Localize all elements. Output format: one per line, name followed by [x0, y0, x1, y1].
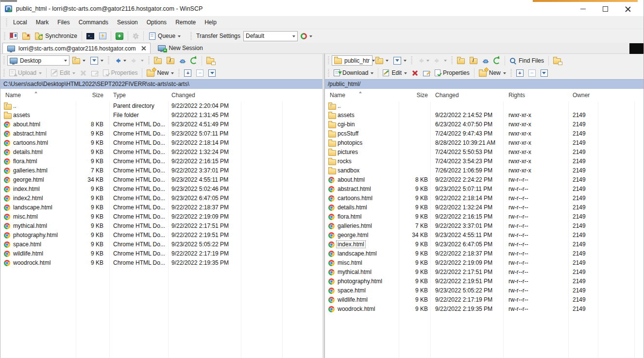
file-row[interactable]: george.html34 KB9/23/2022 4:55:11 PMrw-r…: [325, 231, 644, 240]
remote-filter-button[interactable]: [391, 55, 408, 66]
column-header-name[interactable]: Name: [5, 92, 21, 99]
file-row[interactable]: woodrock.html9 KBChrome HTML Do...9/22/2…: [0, 258, 322, 268]
file-row[interactable]: photography.html9 KB9/22/2022 2:19:51 PM…: [325, 277, 644, 286]
local-home-directory-button[interactable]: [177, 56, 187, 65]
session-tab[interactable]: lorri@stc-arts.com@gator2116.hostgator.c…: [2, 43, 151, 53]
column-header-rights[interactable]: Rights: [508, 92, 525, 99]
file-row[interactable]: space.html9 KBChrome HTML Do...9/23/2022…: [0, 240, 322, 249]
transfer-settings-combo[interactable]: Default: [243, 31, 298, 41]
synchronize-browsing-button[interactable]: [20, 31, 32, 41]
file-row[interactable]: george.html34 KBChrome HTML Do...9/23/20…: [0, 175, 322, 185]
remote-delete-button[interactable]: [410, 68, 420, 78]
file-row[interactable]: space.html9 KB9/23/2022 5:05:22 PMrw-r--…: [325, 286, 644, 295]
file-row[interactable]: cgi-bin6/23/2022 4:07:50 PMrwxr-xr-x2149: [325, 120, 644, 129]
file-row[interactable]: mythical.html9 KB9/22/2022 2:17:51 PMrw-…: [325, 268, 644, 277]
find-files-button[interactable]: Find Files: [508, 56, 546, 66]
menu-item-files[interactable]: Files: [53, 16, 74, 29]
file-row[interactable]: mythical.html9 KBChrome HTML Do...9/22/2…: [0, 222, 322, 231]
remote-properties-button[interactable]: Properties: [433, 68, 472, 78]
maximize-button[interactable]: [594, 2, 616, 16]
remote-edit-button[interactable]: Edit: [381, 68, 409, 78]
file-row[interactable]: sandbox7/26/2022 1:06:59 PMrwxr-xr-x2149: [325, 166, 644, 175]
file-row[interactable]: index.html9 KBChrome HTML Do...9/23/2022…: [0, 185, 322, 194]
local-parent-directory-button[interactable]: [152, 55, 164, 66]
file-row[interactable]: index2.html9 KBChrome HTML Do...9/23/202…: [0, 194, 322, 203]
menu-item-commands[interactable]: Commands: [74, 16, 113, 29]
minimize-button[interactable]: [572, 2, 594, 16]
file-row[interactable]: photopics8/28/2022 10:39:21 AMrwxr-xr-x2…: [325, 138, 644, 148]
local-root-directory-button[interactable]: [165, 55, 176, 66]
file-transfer-button[interactable]: [114, 31, 125, 41]
file-row[interactable]: landscape.html9 KBChrome HTML Do...9/22/…: [0, 203, 322, 212]
remote-open-directory-button[interactable]: [373, 55, 390, 66]
file-row[interactable]: flora.html9 KB9/22/2022 2:16:15 PMrw-r--…: [325, 212, 644, 222]
local-selection-filter-button[interactable]: [206, 68, 218, 78]
remote-refresh-button[interactable]: [491, 56, 502, 66]
local-location-combo[interactable]: Desktop: [7, 55, 69, 66]
column-header-owner[interactable]: Owner: [573, 92, 590, 99]
file-row[interactable]: details.html9 KBChrome HTML Do...9/22/20…: [0, 148, 322, 157]
remote-follow-symlinks-button[interactable]: [551, 55, 563, 66]
remote-home-directory-button[interactable]: [480, 56, 491, 65]
file-row[interactable]: about.html8 KBChrome HTML Do...9/23/2022…: [0, 120, 322, 129]
remote-root-directory-button[interactable]: [468, 55, 479, 66]
local-new-button[interactable]: New: [145, 68, 176, 78]
column-header-name[interactable]: Name: [330, 92, 345, 99]
remote-select-files-button[interactable]: +: [514, 68, 525, 78]
file-row[interactable]: assets9/22/2022 2:14:52 PMrwxr-xr-x2149: [325, 111, 644, 120]
file-row[interactable]: wildlife.html9 KBChrome HTML Do...9/22/2…: [0, 249, 322, 258]
download-button[interactable]: Download: [332, 68, 375, 78]
column-header-changed[interactable]: Changed: [435, 92, 459, 99]
remote-parent-directory-button[interactable]: [455, 55, 467, 66]
close-button[interactable]: [616, 2, 639, 16]
file-row[interactable]: misc.html9 KBChrome HTML Do...9/22/2022 …: [0, 212, 322, 222]
queue-button[interactable]: Queue: [146, 31, 183, 41]
file-row[interactable]: pictures7/24/2022 5:50:53 PMrwxr-xr-x214…: [325, 148, 644, 157]
transfer-options-button[interactable]: [299, 32, 314, 41]
file-row[interactable]: photography.html9 KBChrome HTML Do...9/2…: [0, 231, 322, 240]
remote-rename-button[interactable]: [421, 68, 432, 78]
menu-item-options[interactable]: Options: [142, 16, 171, 29]
menu-item-help[interactable]: Help: [200, 16, 221, 29]
column-header-type[interactable]: Type: [113, 92, 126, 99]
synchronize-button[interactable]: Synchronize: [33, 31, 79, 41]
column-header-size[interactable]: Size: [397, 92, 428, 99]
file-row[interactable]: abstract.html9 KB9/23/2022 5:07:11 PMrw-…: [325, 185, 644, 194]
menu-item-local[interactable]: Local: [9, 16, 32, 29]
column-header-changed[interactable]: Changed: [171, 92, 195, 99]
file-row[interactable]: flora.html9 KBChrome HTML Do...9/22/2022…: [0, 157, 322, 166]
file-row[interactable]: misc.html9 KB9/22/2022 2:19:09 PMrw-r--r…: [325, 258, 644, 268]
file-row[interactable]: rocks7/24/2022 3:54:23 PMrwxr-xr-x2149: [325, 157, 644, 166]
local-refresh-button[interactable]: [188, 56, 199, 66]
remote-selection-filter-button[interactable]: [539, 68, 550, 78]
menu-item-mark[interactable]: Mark: [32, 16, 53, 29]
file-row[interactable]: assetsFile folder9/22/2022 1:31:45 PM: [0, 111, 322, 120]
local-back-button[interactable]: [112, 56, 128, 65]
open-putty-button[interactable]: [97, 31, 108, 41]
remote-new-button[interactable]: New: [477, 68, 508, 78]
file-row[interactable]: about.html8 KB9/22/2022 2:24:22 PMrw-r--…: [325, 175, 644, 185]
file-row[interactable]: galleries.html7 KBChrome HTML Do...9/22/…: [0, 166, 322, 175]
remote-path-bar[interactable]: /public_html/: [325, 79, 644, 89]
close-tab-icon[interactable]: [141, 46, 146, 51]
remote-location-combo[interactable]: public_htr: [332, 55, 373, 66]
open-terminal-button[interactable]: [85, 32, 96, 41]
menu-item-remote[interactable]: Remote: [171, 16, 200, 29]
file-row[interactable]: wildlife.html9 KB9/22/2022 2:17:19 PMrw-…: [325, 295, 644, 305]
local-select-files-button[interactable]: +: [182, 68, 193, 78]
file-row[interactable]: ..Parent directory9/22/2022 2:20:04 PM: [0, 102, 322, 111]
menu-item-session[interactable]: Session: [113, 16, 142, 29]
file-row[interactable]: abstract.html9 KBChrome HTML Do...9/23/2…: [0, 129, 322, 138]
new-session-tab[interactable]: + New Session: [153, 43, 207, 53]
local-open-directory-button[interactable]: [70, 55, 87, 66]
file-row[interactable]: details.html9 KB9/22/2022 1:32:24 PMrw-r…: [325, 203, 644, 212]
file-row[interactable]: landscape.html9 KB9/22/2022 2:18:37 PMrw…: [325, 249, 644, 258]
file-row[interactable]: cartoons.html9 KB9/22/2022 2:18:14 PMrw-…: [325, 194, 644, 203]
file-row[interactable]: cartoons.html9 KBChrome HTML Do...9/22/2…: [0, 138, 322, 148]
commander-interface-button[interactable]: [8, 31, 19, 41]
local-path-bar[interactable]: C:\Users\sacfo\Desktop\HTML2022\SEPT2022…: [0, 79, 322, 89]
column-header-size[interactable]: Size: [72, 92, 103, 99]
file-row[interactable]: woodrock.html9 KB9/22/2022 2:19:35 PMrw-…: [325, 305, 644, 314]
local-follow-symlinks-button[interactable]: [204, 55, 216, 66]
local-filter-button[interactable]: [88, 55, 105, 66]
